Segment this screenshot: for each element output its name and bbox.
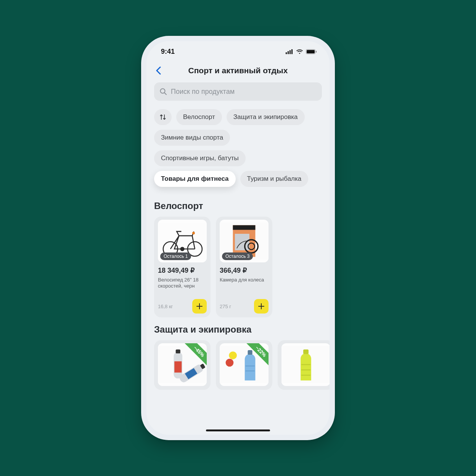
- content[interactable]: Велоспорт Осталось 1 18 349,49 ₽ Велосип…: [146, 191, 330, 435]
- chip-fitness[interactable]: Товары для фитнеса: [154, 171, 236, 187]
- plus-icon: [196, 303, 203, 309]
- svg-rect-32: [303, 349, 309, 354]
- home-indicator[interactable]: [206, 429, 270, 431]
- product-price: 18 349,49 ₽: [158, 266, 207, 275]
- svg-rect-23: [176, 349, 180, 353]
- stock-badge: Осталось 3: [222, 252, 253, 260]
- sort-button[interactable]: [154, 109, 172, 125]
- product-card[interactable]: Осталось 3 366,49 ₽ Камера для колеса 27…: [216, 217, 272, 317]
- svg-point-28: [229, 351, 237, 359]
- chip-games[interactable]: Спортивные игры, батуты: [154, 150, 246, 166]
- section-title-cycling: Велоспорт: [154, 201, 322, 211]
- cards-cycling: Осталось 1 18 349,49 ₽ Велосипед 26" 18 …: [154, 217, 322, 317]
- product-image: −45%: [158, 343, 207, 386]
- product-card[interactable]: −22%: [216, 340, 272, 390]
- page-title: Спорт и активный отдых: [154, 66, 322, 75]
- product-image: [281, 343, 330, 386]
- search-bar[interactable]: [154, 82, 322, 101]
- device-frame: 9:41 Спорт и активный отдых Велоспорт За…: [141, 36, 335, 440]
- svg-rect-30: [248, 350, 252, 355]
- svg-rect-22: [174, 361, 182, 372]
- status-icons: [286, 49, 317, 54]
- product-name: Велосипед 26" 18 скоростей, черн: [158, 277, 207, 295]
- chip-winter[interactable]: Зимние виды спорта: [154, 130, 230, 146]
- battery-icon: [306, 49, 317, 54]
- product-image: Осталось 1: [158, 220, 207, 262]
- sort-icon: [159, 114, 166, 121]
- stock-badge: Осталось 1: [160, 252, 191, 260]
- product-weight: 275 г: [220, 304, 231, 309]
- svg-point-12: [181, 247, 184, 251]
- product-card[interactable]: Осталось 1 18 349,49 ₽ Велосипед 26" 18 …: [154, 217, 211, 317]
- svg-point-29: [226, 359, 234, 367]
- product-image: Осталось 3: [220, 220, 269, 262]
- cards-protection: −45% −22%: [154, 340, 322, 390]
- chip-cycling[interactable]: Велоспорт: [176, 109, 222, 125]
- search-input[interactable]: [171, 88, 317, 96]
- wifi-icon: [296, 49, 303, 54]
- status-time: 9:41: [161, 48, 175, 56]
- svg-rect-1: [288, 51, 289, 54]
- product-image: −22%: [220, 343, 269, 386]
- add-button[interactable]: [192, 299, 207, 314]
- filter-chips: Велоспорт Защита и экипировка Зимние вид…: [146, 101, 330, 191]
- svg-rect-2: [289, 50, 291, 54]
- product-price: 366,49 ₽: [220, 266, 269, 275]
- add-button[interactable]: [254, 299, 269, 314]
- svg-rect-16: [233, 225, 256, 230]
- svg-point-13: [192, 232, 195, 235]
- svg-rect-6: [316, 51, 317, 53]
- svg-rect-0: [286, 52, 287, 54]
- product-name: Камера для колеса: [220, 277, 269, 295]
- search-icon: [159, 88, 167, 95]
- signal-icon: [286, 49, 293, 54]
- product-card[interactable]: −45%: [154, 340, 211, 390]
- svg-rect-3: [291, 49, 293, 54]
- chip-tourism[interactable]: Туризм и рыбалка: [240, 171, 309, 187]
- plus-icon: [258, 303, 264, 309]
- bottle-icon: [281, 343, 330, 386]
- product-card[interactable]: [278, 340, 330, 390]
- status-bar: 9:41: [146, 41, 330, 62]
- screen: 9:41 Спорт и активный отдых Велоспорт За…: [146, 41, 330, 435]
- product-weight: 16,8 кг: [158, 304, 173, 309]
- chip-protection[interactable]: Защита и экипировка: [227, 109, 305, 125]
- svg-line-8: [164, 93, 166, 95]
- svg-rect-5: [307, 50, 315, 53]
- header: Спорт и активный отдых: [146, 62, 330, 82]
- section-title-protection: Защита и экипировка: [154, 324, 322, 335]
